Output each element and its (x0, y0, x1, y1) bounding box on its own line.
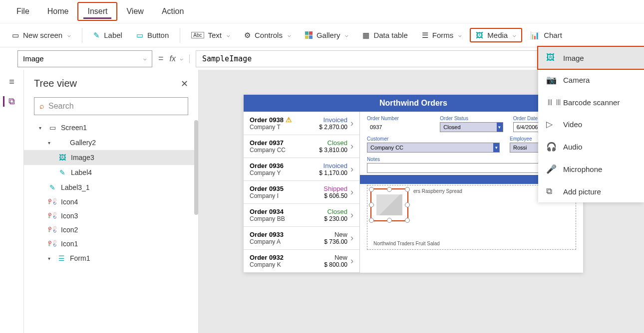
tree-item-label3-1[interactable]: ✎Label3_1 (24, 180, 198, 195)
media-menu-add-picture[interactable]: ⧉Add picture (538, 180, 644, 202)
chevron-down-icon: ⌵ (143, 55, 147, 62)
media-menu-microphone[interactable]: 🎤Microphone (538, 158, 644, 180)
resize-handle[interactable] (405, 218, 410, 223)
search-icon: ⌕ (39, 102, 44, 111)
chevron-down-icon: ⌵ (227, 32, 230, 38)
tree-item-icon3[interactable]: ⊘♡+↻Icon3 (24, 209, 198, 223)
customer-dropdown[interactable]: Company CC▾ (367, 143, 500, 153)
order-number-value: 0937 (367, 122, 430, 132)
tree-item-label4[interactable]: ✎Label4 (24, 165, 198, 180)
gallery-button[interactable]: Gallery⌵ (299, 28, 355, 42)
tree-item-screen1[interactable]: ▾▭Screen1 (24, 120, 198, 135)
form-icon: ☰ (57, 254, 66, 263)
order-row[interactable]: Order 0938⚠Company TInvoiced$ 2,870.00› (244, 112, 359, 135)
add-picture-icon: ⧉ (546, 186, 556, 196)
tab-insert[interactable]: Insert (77, 2, 117, 21)
tab-action[interactable]: Action (153, 3, 193, 20)
controls-icon: ⚙ (244, 31, 251, 40)
ribbon: ▭New screen⌵ ✎Label ▭Button AbcText⌵ ⚙Co… (0, 23, 644, 47)
image-icon: 🖼 (546, 53, 556, 63)
media-menu-barcode[interactable]: ⫼⫼Barcode scanner (538, 91, 644, 113)
resize-handle[interactable] (369, 218, 374, 223)
property-dropdown[interactable]: Image⌵ (17, 50, 152, 67)
hamburger-icon[interactable]: ≡ (9, 77, 14, 87)
tab-file[interactable]: File (7, 3, 38, 20)
image-control-selected[interactable] (370, 188, 408, 221)
chevron-down-icon: ▾ (493, 143, 499, 152)
media-menu-video[interactable]: ▷Video (538, 113, 644, 136)
text-icon: Abc (191, 32, 204, 38)
controls-button[interactable]: ⚙Controls⌵ (238, 28, 297, 43)
tree-item-icon4[interactable]: ⊘♡+↻Icon4 (24, 195, 198, 209)
chart-icon: 📊 (530, 31, 540, 40)
label-icon: ✎ (48, 183, 57, 192)
order-list: Order 0938⚠Company TInvoiced$ 2,870.00›O… (244, 112, 359, 273)
audio-icon: 🎧 (546, 142, 556, 152)
app-titlebar: Northwind Orders 🗑 (244, 95, 583, 112)
screen-icon: ▭ (48, 123, 57, 132)
chevron-down-icon: ▾ (497, 123, 503, 132)
order-row[interactable]: Order 0932Company KNew$ 800.00› (244, 250, 359, 273)
label-button[interactable]: ✎Label (87, 28, 128, 43)
data-table-button[interactable]: ▦Data table (356, 28, 413, 43)
media-icon: 🖼 (476, 31, 483, 39)
chevron-right-icon: › (350, 187, 353, 197)
chevron-down-icon: ⌵ (180, 55, 183, 62)
media-menu-camera[interactable]: 📷Camera (538, 69, 644, 91)
tree-view-icon[interactable]: ⧉ (3, 96, 15, 107)
order-status-dropdown[interactable]: Closed▾ (440, 122, 503, 132)
left-rail: ≡ ⧉ (0, 70, 24, 333)
order-row[interactable]: Order 0937Company CCClosed$ 3,810.00› (244, 135, 359, 158)
forms-button[interactable]: ☰Forms⌵ (416, 28, 468, 43)
resize-handle[interactable] (369, 202, 374, 207)
tree-item-image3[interactable]: 🖼Image3 (24, 150, 198, 165)
tree-item-icon2[interactable]: ⊘♡+↻Icon2 (24, 223, 198, 237)
chevron-right-icon: › (350, 256, 353, 266)
image-icon: 🖼 (58, 153, 67, 162)
resize-handle[interactable] (387, 218, 392, 223)
resize-handle[interactable] (405, 202, 410, 207)
order-row[interactable]: Order 0935Company IShipped$ 606.50› (244, 181, 359, 204)
table-icon: ▦ (362, 31, 369, 40)
tree-item-form1[interactable]: ▾☰Form1 (24, 251, 198, 266)
media-menu-image[interactable]: 🖼Image (537, 46, 644, 70)
equals-sign: = (158, 53, 164, 64)
tree-title: Tree view (34, 78, 77, 89)
product-name: ers Raspberry Spread (413, 188, 462, 194)
chevron-down-icon: ⌵ (458, 32, 462, 38)
order-row[interactable]: Order 0936Company YInvoiced$ 1,170.00› (244, 158, 359, 181)
button-button[interactable]: ▭Button (130, 28, 175, 43)
warning-icon: ⚠ (286, 116, 292, 124)
customer-label: Customer (367, 136, 500, 142)
text-button[interactable]: AbcText⌵ (185, 28, 236, 42)
search-input[interactable]: ⌕ Search (34, 97, 188, 115)
barcode-icon: ⫼⫼ (546, 97, 556, 107)
resize-handle[interactable] (387, 187, 392, 192)
product-name: Northwind Traders Fruit Salad (373, 241, 440, 246)
chevron-down-icon: ⌵ (513, 32, 516, 38)
group-icon: ⊘♡+↻ (48, 226, 57, 234)
gallery-icon (305, 31, 313, 39)
order-row[interactable]: Order 0933Company ANew$ 736.00› (244, 227, 359, 250)
order-number-label: Order Number (367, 116, 430, 121)
scrollbar-thumb[interactable] (194, 120, 198, 215)
chart-button[interactable]: 📊Chart (524, 28, 568, 43)
fx-button[interactable]: fx⌵ (170, 54, 190, 63)
resize-handle[interactable] (369, 187, 374, 192)
tab-home[interactable]: Home (38, 3, 78, 20)
order-status-label: Order Status (440, 116, 503, 121)
tree-item-icon1[interactable]: ⊘♡+↻Icon1 (24, 237, 198, 251)
new-screen-button[interactable]: ▭New screen⌵ (6, 28, 77, 43)
tree-item-gallery2[interactable]: ▾Gallery2 (24, 135, 198, 150)
close-icon[interactable]: ✕ (181, 78, 188, 89)
tree-panel: Tree view ✕ ⌕ Search ▾▭Screen1 ▾Gallery2… (24, 70, 199, 333)
tab-view[interactable]: View (117, 3, 152, 20)
image-placeholder-icon (376, 194, 402, 215)
group-icon: ⊘♡+↻ (48, 198, 57, 206)
media-menu-audio[interactable]: 🎧Audio (538, 136, 644, 158)
resize-handle[interactable] (405, 187, 410, 192)
media-dropdown-menu: 🖼Image 📷Camera ⫼⫼Barcode scanner ▷Video … (538, 47, 644, 202)
order-row[interactable]: Order 0934Company BBClosed$ 230.00› (244, 204, 359, 227)
media-button[interactable]: 🖼Media⌵ (470, 28, 522, 42)
group-icon: ⊘♡+↻ (48, 212, 57, 220)
